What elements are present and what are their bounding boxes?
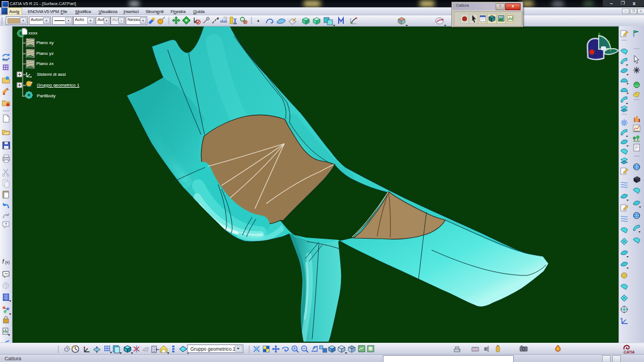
svg-text:z: z — [608, 39, 610, 44]
svg-text:xN: xN — [3, 58, 7, 62]
svg-text:x: x — [598, 31, 600, 36]
svg-text:(x): (x) — [5, 260, 10, 265]
svg-text:?: ? — [5, 222, 7, 227]
svg-text:f: f — [2, 258, 5, 265]
svg-text:Gruppo geometrico.1: Gruppo geometrico.1 — [190, 346, 236, 352]
svg-text:y: y — [609, 47, 612, 52]
svg-text:CATIA: CATIA — [624, 350, 635, 354]
